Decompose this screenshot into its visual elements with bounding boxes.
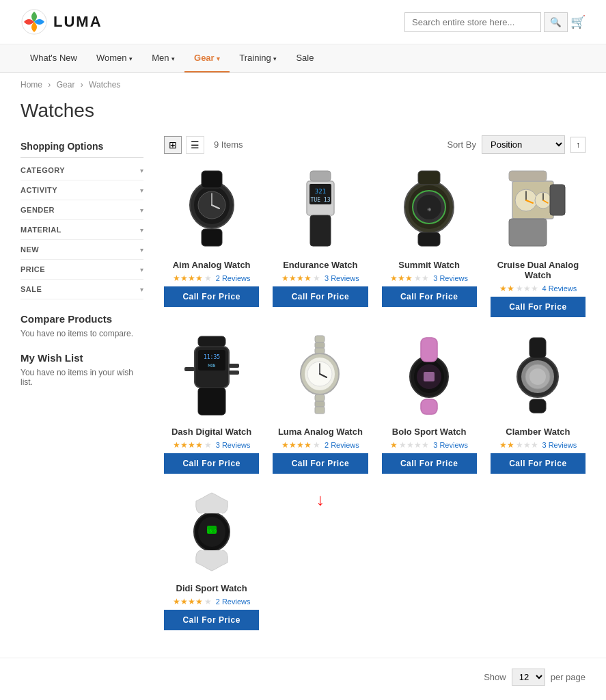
product-image-luma-analog[interactable] bbox=[273, 331, 368, 420]
call-price-btn-luma-analog[interactable]: Call For Price bbox=[273, 453, 368, 474]
product-image-aim-analog[interactable] bbox=[164, 164, 259, 253]
nav-item-men[interactable]: Men ▾ bbox=[142, 44, 184, 72]
product-image-dash[interactable]: 11:35 MON bbox=[164, 331, 259, 420]
filter-category-arrow: ▾ bbox=[140, 167, 143, 174]
breadcrumb: Home › Gear › Watches bbox=[0, 73, 606, 96]
filter-activity-label: ACTIVITY bbox=[20, 186, 57, 194]
svg-rect-37 bbox=[184, 367, 195, 371]
svg-rect-46 bbox=[315, 342, 325, 348]
review-link-summit[interactable]: 3 Reviews bbox=[433, 274, 468, 282]
filter-new[interactable]: NEW ▾ bbox=[20, 240, 143, 260]
filter-gender[interactable]: GENDER ▾ bbox=[20, 200, 143, 220]
product-rating-clamber: ★★★★★ 3 Reviews bbox=[491, 440, 586, 450]
call-price-btn-dash[interactable]: Call For Price bbox=[164, 453, 259, 474]
call-price-btn-didi[interactable]: Call For Price bbox=[164, 610, 259, 630]
svg-rect-28 bbox=[550, 185, 565, 215]
filter-new-arrow: ▾ bbox=[140, 246, 143, 254]
product-name-summit: Summit Watch bbox=[382, 260, 477, 270]
svg-rect-49 bbox=[315, 401, 325, 407]
logo-area: LUMA bbox=[20, 8, 102, 36]
nav-item-whats-new[interactable]: What's New bbox=[20, 44, 87, 72]
review-link-bolo[interactable]: 3 Reviews bbox=[433, 441, 468, 449]
filter-category[interactable]: CATEGORY ▾ bbox=[20, 161, 143, 180]
filter-sale-label: SALE bbox=[20, 285, 42, 293]
sort-select[interactable]: Position Product Name Price bbox=[482, 135, 565, 154]
product-area: ⊞ ☰ 9 Items Sort By Position Product Nam… bbox=[164, 135, 586, 630]
svg-rect-48 bbox=[315, 394, 325, 401]
review-link-endurance[interactable]: 3 Reviews bbox=[325, 274, 359, 282]
nav-item-women[interactable]: Women ▾ bbox=[87, 44, 142, 72]
svg-rect-62 bbox=[529, 399, 546, 413]
product-image-clamber[interactable] bbox=[491, 331, 586, 420]
product-card-summit: ⊕ Summit Watch ★★★★★ 3 Reviews Call For … bbox=[382, 164, 477, 317]
filter-price-label: PRICE bbox=[20, 265, 45, 273]
svg-rect-13 bbox=[310, 215, 331, 246]
svg-rect-30 bbox=[509, 219, 547, 246]
call-price-btn-endurance[interactable]: Call For Price bbox=[273, 286, 368, 307]
sort-direction-button[interactable]: ↑ bbox=[570, 137, 586, 153]
filter-sale-arrow: ▾ bbox=[140, 286, 143, 293]
breadcrumb-home[interactable]: Home bbox=[20, 80, 42, 90]
nav-item-gear[interactable]: Gear ▾ bbox=[184, 44, 230, 72]
search-button[interactable]: 🔍 bbox=[544, 12, 568, 32]
svg-rect-56 bbox=[421, 399, 437, 414]
luma-logo-icon bbox=[20, 8, 48, 36]
review-link-didi[interactable]: 2 Reviews bbox=[216, 597, 251, 606]
product-card-aim-analog: Aim Analog Watch ★★★★★ 2 Reviews Call Fo… bbox=[164, 164, 259, 317]
product-image-cruise[interactable] bbox=[491, 164, 586, 253]
product-card-endurance: 321 TUE 13 Endurance Watch ★★★★★ 3 Revie… bbox=[273, 164, 368, 317]
filter-price[interactable]: PRICE ▾ bbox=[20, 260, 143, 280]
svg-rect-12 bbox=[310, 171, 331, 181]
review-link-cruise[interactable]: 4 Reviews bbox=[542, 284, 577, 293]
filter-activity[interactable]: ACTIVITY ▾ bbox=[20, 180, 143, 200]
breadcrumb-sep2: › bbox=[81, 80, 83, 90]
product-name-endurance: Endurance Watch bbox=[273, 260, 368, 270]
call-price-btn-summit[interactable]: Call For Price bbox=[382, 286, 477, 307]
filter-price-arrow: ▾ bbox=[140, 266, 143, 273]
main-content: Shopping Options CATEGORY ▾ ACTIVITY ▾ G… bbox=[0, 135, 606, 651]
wishlist-text: You have no items in your wish list. bbox=[20, 368, 143, 387]
product-image-endurance[interactable]: 321 TUE 13 bbox=[273, 164, 368, 253]
call-price-btn-cruise[interactable]: Call For Price bbox=[491, 297, 586, 317]
svg-rect-6 bbox=[202, 171, 222, 188]
call-price-btn-bolo[interactable]: Call For Price bbox=[382, 453, 477, 474]
filter-new-label: NEW bbox=[20, 245, 39, 254]
grid-view-button[interactable]: ⊞ bbox=[164, 136, 182, 154]
call-price-btn-aim-analog[interactable]: Call For Price bbox=[164, 286, 259, 307]
per-page-select[interactable]: 12 24 36 bbox=[512, 669, 545, 686]
svg-rect-29 bbox=[509, 171, 547, 181]
svg-point-60 bbox=[529, 368, 546, 385]
filter-material-arrow: ▾ bbox=[140, 226, 143, 234]
review-link-clamber[interactable]: 3 Reviews bbox=[542, 441, 577, 449]
main-nav: What's New Women ▾ Men ▾ Gear ▾ Training… bbox=[0, 44, 606, 73]
compare-title: Compare Products bbox=[20, 313, 143, 325]
review-link-dash[interactable]: 3 Reviews bbox=[216, 441, 251, 449]
search-input[interactable] bbox=[404, 12, 541, 32]
product-image-bolo[interactable] bbox=[382, 331, 477, 420]
call-price-btn-clamber[interactable]: Call For Price bbox=[491, 453, 586, 474]
svg-text:16:9: 16:9 bbox=[206, 528, 217, 533]
product-rating-luma-analog: ★★★★★ 2 Reviews bbox=[273, 440, 368, 450]
toolbar: ⊞ ☰ 9 Items Sort By Position Product Nam… bbox=[164, 135, 586, 154]
product-card-didi: 16:9 Didi Sport Watch ★★★★★ 2 Reviews Ca… bbox=[164, 487, 259, 630]
compare-section: Compare Products You have no items to co… bbox=[20, 313, 143, 338]
product-rating-aim-analog: ★★★★★ 2 Reviews bbox=[164, 273, 259, 283]
review-link-luma-analog[interactable]: 2 Reviews bbox=[325, 441, 359, 449]
nav-item-sale[interactable]: Sale bbox=[286, 44, 323, 72]
breadcrumb-gear[interactable]: Gear bbox=[57, 80, 75, 90]
product-rating-summit: ★★★★★ 3 Reviews bbox=[382, 273, 477, 283]
nav-item-training[interactable]: Training ▾ bbox=[230, 44, 286, 72]
sidebar: Shopping Options CATEGORY ▾ ACTIVITY ▾ G… bbox=[20, 135, 143, 630]
list-view-button[interactable]: ☰ bbox=[186, 136, 204, 154]
review-link-aim-analog[interactable]: 2 Reviews bbox=[216, 274, 251, 282]
svg-rect-55 bbox=[421, 338, 437, 362]
cart-button[interactable]: 🛒 bbox=[570, 14, 586, 29]
red-arrow-annotation: ↓ bbox=[316, 492, 325, 508]
show-label: Show bbox=[484, 672, 506, 682]
product-image-summit[interactable]: ⊕ bbox=[382, 164, 477, 253]
filter-sale[interactable]: SALE ▾ bbox=[20, 280, 143, 299]
filter-material[interactable]: MATERIAL ▾ bbox=[20, 220, 143, 240]
filter-activity-arrow: ▾ bbox=[140, 187, 143, 194]
svg-rect-45 bbox=[315, 336, 325, 342]
product-image-didi[interactable]: 16:9 bbox=[164, 487, 259, 576]
